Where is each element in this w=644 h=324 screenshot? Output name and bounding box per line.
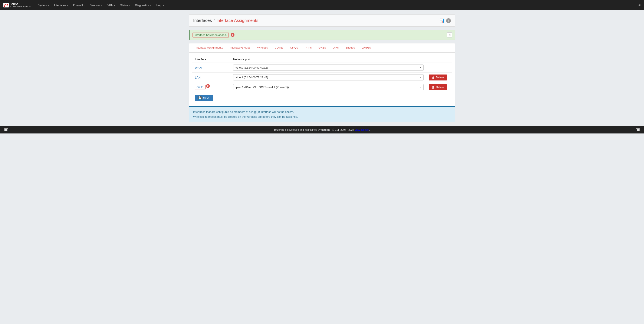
tab-qinqs[interactable]: QinQs	[287, 43, 301, 52]
logo-text: pf	[4, 3, 9, 7]
footer-netgate: Netgate	[321, 128, 330, 131]
logout-icon[interactable]: ⇥	[638, 3, 640, 7]
opt1-delete-button[interactable]: 🗑 Delete	[429, 84, 447, 90]
tab-ppps[interactable]: PPPs	[301, 43, 315, 52]
tab-gres[interactable]: GREs	[315, 43, 329, 52]
info-box: Interfaces that are configured as member…	[189, 106, 455, 122]
chevron-down-icon: ▾	[48, 4, 49, 6]
nav-firewall[interactable]: Firewall ▾	[71, 3, 87, 8]
tab-laggs[interactable]: LAGGs	[358, 43, 374, 52]
chevron-down-icon: ▾	[150, 4, 151, 6]
nav-services[interactable]: Services ▾	[88, 3, 104, 8]
lan-action-cell: 🗑 Delete	[426, 73, 452, 82]
alert-text: Interface has been added.	[195, 33, 227, 37]
lan-port-select[interactable]: vtnet1 (52:54:00:72:28:d7)	[233, 74, 424, 80]
navbar: pf Sense COMMUNITY EDITION System ▾ Inte…	[0, 0, 644, 10]
footer-text2: is developed and maintained by	[284, 128, 320, 131]
footer-left-icon[interactable]: ⬜	[4, 128, 8, 131]
info-line-1: Interfaces that are configured as member…	[193, 110, 451, 113]
alert-banner: Interface has been added. 1 ✕	[189, 30, 455, 40]
opt1-port-select[interactable]: ipsec1 (IPsec VTI: OCI Tunnel 1 (Phase 1…	[233, 84, 424, 90]
header-icons: 📊 ?	[440, 18, 451, 23]
interface-opt1-cell: OPT12	[192, 82, 231, 92]
breadcrumb-parent: Interfaces	[193, 18, 212, 23]
footer-text: pfSense is developed and maintained by N…	[274, 128, 370, 131]
breadcrumb: Interfaces / Interface Assignments	[193, 18, 258, 23]
opt1-port-select-wrapper: ipsec1 (IPsec VTI: OCI Tunnel 1 (Phase 1…	[233, 84, 424, 90]
trash-icon: 🗑	[432, 86, 435, 89]
save-icon: 💾	[198, 96, 202, 100]
opt1-action-cell: 🗑 Delete	[426, 82, 452, 92]
nav-help[interactable]: Help ▾	[154, 3, 166, 8]
chevron-down-icon: ▾	[163, 4, 164, 6]
brand-name: Sense	[10, 2, 30, 5]
footer-right-icon[interactable]: ⬜	[636, 128, 640, 131]
col-header-network-port: Network port	[231, 56, 426, 63]
wan-link[interactable]: WAN	[195, 66, 202, 69]
wan-port-cell: vtnet0 (52:54:00:4e:4e:a2) ▾	[231, 63, 426, 73]
footer-text4: .	[369, 128, 370, 131]
info-line-2: Wireless interfaces must be created on t…	[193, 115, 451, 118]
chart-icon[interactable]: 📊	[440, 18, 444, 23]
chevron-down-icon: ▾	[67, 4, 68, 6]
footer-brand: pfSense	[274, 128, 284, 131]
interface-lan-cell: LAN	[192, 73, 231, 82]
col-header-interface: Interface	[192, 56, 231, 63]
alert-message-box: Interface has been added.	[192, 32, 229, 37]
alert-close-button[interactable]: ✕	[447, 32, 452, 37]
footer-text3: . © ESF 2004 - 2024	[331, 128, 354, 131]
table-row: OPT12 ipsec1 (IPsec VTI: OCI Tunnel 1 (P…	[192, 82, 452, 92]
footer-license-link[interactable]: View license	[354, 128, 369, 131]
tab-bar: Interface Assignments Interface Groups W…	[189, 43, 455, 52]
save-button[interactable]: 💾 Save	[195, 95, 213, 101]
lan-port-cell: vtnet1 (52:54:00:72:28:d7) ▾	[231, 73, 426, 82]
lan-delete-button[interactable]: 🗑 Delete	[429, 74, 447, 80]
lan-port-select-wrapper: vtnet1 (52:54:00:72:28:d7) ▾	[233, 74, 424, 80]
trash-icon: 🗑	[432, 76, 435, 79]
chevron-down-icon: ▾	[84, 4, 85, 6]
nav-diagnostics[interactable]: Diagnostics ▾	[133, 3, 153, 8]
nav-status[interactable]: Status ▾	[118, 3, 132, 8]
brand-logo: pf Sense COMMUNITY EDITION	[4, 2, 30, 8]
wan-action-cell	[426, 63, 452, 73]
opt1-link[interactable]: OPT1	[195, 85, 206, 89]
chevron-down-icon: ▾	[129, 4, 130, 6]
tab-gifs[interactable]: GIFs	[329, 43, 342, 52]
nav-system[interactable]: System ▾	[36, 3, 51, 8]
nav-menu: System ▾ Interfaces ▾ Firewall ▾ Service…	[36, 3, 638, 8]
breadcrumb-separator: /	[214, 18, 215, 23]
tab-interface-groups[interactable]: Interface Groups	[226, 43, 254, 52]
opt1-badge: 2	[206, 84, 210, 88]
table-row: WAN vtnet0 (52:54:00:4e:4e:a2) ▾	[192, 63, 452, 73]
tab-interface-assignments[interactable]: Interface Assignments	[192, 43, 226, 52]
nav-interfaces[interactable]: Interfaces ▾	[52, 3, 70, 8]
table-row: LAN vtnet1 (52:54:00:72:28:d7) ▾	[192, 73, 452, 82]
interface-table: Interface Network port WAN	[192, 56, 452, 92]
help-icon[interactable]: ?	[446, 18, 451, 23]
breadcrumb-current: Interface Assignments	[216, 18, 258, 23]
chevron-down-icon: ▾	[101, 4, 102, 6]
col-header-actions	[426, 56, 452, 63]
interface-wan-cell: WAN	[192, 63, 231, 73]
page-header: Interfaces / Interface Assignments 📊 ?	[189, 14, 455, 27]
tab-vlans[interactable]: VLANs	[271, 43, 287, 52]
table-area: Interface Network port WAN	[189, 52, 455, 104]
nav-vpn[interactable]: VPN ▾	[105, 3, 117, 8]
footer: ⬜ pfSense is developed and maintained by…	[0, 126, 644, 133]
opt1-port-cell: ipsec1 (IPsec VTI: OCI Tunnel 1 (Phase 1…	[231, 82, 426, 92]
brand-edition: COMMUNITY EDITION	[10, 5, 30, 8]
main-panel: Interface Assignments Interface Groups W…	[189, 43, 455, 122]
chevron-down-icon: ▾	[114, 4, 115, 6]
alert-content: Interface has been added. 1	[192, 32, 234, 37]
tab-bridges[interactable]: Bridges	[342, 43, 358, 52]
lan-link[interactable]: LAN	[195, 76, 200, 79]
wan-port-select[interactable]: vtnet0 (52:54:00:4e:4e:a2)	[233, 64, 424, 71]
tab-wireless[interactable]: Wireless	[254, 43, 271, 52]
wan-port-select-wrapper: vtnet0 (52:54:00:4e:4e:a2) ▾	[233, 64, 424, 71]
alert-badge: 1	[231, 33, 234, 37]
